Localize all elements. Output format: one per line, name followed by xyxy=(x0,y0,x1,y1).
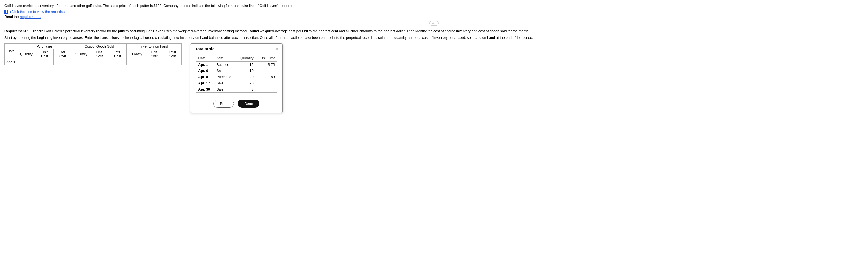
data-row-date: Apr. 6 xyxy=(196,68,214,74)
purch-total-cell[interactable] xyxy=(54,59,72,65)
intro-paragraph: Golf Haven carries an inventory of putte… xyxy=(4,3,864,9)
row-date: Apr. 1 xyxy=(5,59,17,65)
group-purchases: Purchases xyxy=(17,43,72,49)
requirement-section: Requirement 1. Prepare Golf Haven's perp… xyxy=(4,28,864,40)
data-row-qty: 3 xyxy=(236,86,255,93)
purch-qty-cell[interactable] xyxy=(17,59,35,65)
col-date: Date xyxy=(5,43,17,59)
modal-footer: Print Done xyxy=(190,95,282,113)
modal-controls: − × xyxy=(270,47,279,51)
col-inv-qty: Quantity xyxy=(127,49,145,59)
read-requirements-row: Read the requirements. xyxy=(4,15,864,19)
divider: ··· xyxy=(4,21,864,26)
data-row-item: Purchase xyxy=(214,74,236,80)
purch-total-input[interactable] xyxy=(54,60,71,64)
col-cogs-unit: UnitCost xyxy=(90,49,108,59)
group-inventory: Inventory on Hand xyxy=(127,43,182,49)
inv-total-input[interactable] xyxy=(164,60,181,64)
col-header-qty: Quantity xyxy=(236,55,255,62)
data-row-item: Sale xyxy=(214,80,236,86)
data-row-item: Balance xyxy=(214,61,236,68)
data-row-item: Sale xyxy=(214,86,236,93)
data-table: Date Item Quantity Unit Cost Apr. 1Balan… xyxy=(196,55,277,93)
inv-unit-input[interactable] xyxy=(146,60,162,64)
data-table-row: Apr. 1Balance15$ 75 xyxy=(196,61,277,68)
data-row-qty: 20 xyxy=(236,80,255,86)
col-purch-qty: Quantity xyxy=(17,49,35,59)
inv-total-cell[interactable] xyxy=(163,59,182,65)
done-button[interactable]: Done xyxy=(238,99,259,108)
requirements-link[interactable]: requirements. xyxy=(20,15,41,19)
cogs-unit-input[interactable] xyxy=(91,60,107,64)
cogs-qty-cell[interactable] xyxy=(72,59,90,65)
data-table-modal: Data table − × Date Item Quantity Unit C… xyxy=(190,43,283,113)
col-header-date: Date xyxy=(196,55,214,62)
data-table-wrap: Date Item Quantity Unit Cost Apr. 1Balan… xyxy=(190,53,282,95)
modal-title: Data table xyxy=(194,46,214,51)
col-header-item: Item xyxy=(214,55,236,62)
icon-link[interactable]: (Click the icon to view the records.) xyxy=(10,10,65,14)
data-table-row: Apr. 8Purchase2080 xyxy=(196,74,277,80)
data-row-qty: 15 xyxy=(236,61,255,68)
col-inv-unit: UnitCost xyxy=(145,49,163,59)
req-description: Prepare Golf Haven's perpetual inventory… xyxy=(31,29,529,33)
col-purch-total: TotalCost xyxy=(54,49,72,59)
inventory-table-wrap: Date Purchases Cost of Goods Sold Invent… xyxy=(4,43,182,65)
cogs-qty-input[interactable] xyxy=(72,60,89,64)
minimize-button[interactable]: − xyxy=(270,47,273,51)
col-purch-unit: UnitCost xyxy=(35,49,54,59)
records-icon xyxy=(4,10,8,14)
cogs-total-input[interactable] xyxy=(109,60,126,64)
data-table-row: Apr. 6Sale10 xyxy=(196,68,277,74)
data-row-qty: 10 xyxy=(236,68,255,74)
modal-titlebar: Data table − × xyxy=(190,43,282,53)
print-button[interactable]: Print xyxy=(213,99,234,108)
icon-link-row[interactable]: (Click the icon to view the records.) xyxy=(4,10,864,14)
read-req-prefix: Read the xyxy=(4,15,20,19)
col-cogs-total: TotalCost xyxy=(108,49,127,59)
data-table-row: Apr. 17Sale20 xyxy=(196,80,277,86)
data-table-row: Apr. 30Sale3 xyxy=(196,86,277,93)
purch-unit-input[interactable] xyxy=(36,60,53,64)
data-row-date: Apr. 17 xyxy=(196,80,214,86)
data-row-unit-cost: 80 xyxy=(256,74,277,80)
inventory-table: Date Purchases Cost of Goods Sold Invent… xyxy=(4,43,182,65)
data-row-date: Apr. 30 xyxy=(196,86,214,93)
data-row-item: Sale xyxy=(214,68,236,74)
req-subtitle: Start by entering the beginning inventor… xyxy=(4,35,864,40)
data-row-date: Apr. 1 xyxy=(196,61,214,68)
inv-qty-input[interactable] xyxy=(127,60,144,64)
purch-unit-cell[interactable] xyxy=(35,59,54,65)
purch-qty-input[interactable] xyxy=(18,60,35,64)
inv-qty-cell[interactable] xyxy=(127,59,145,65)
data-row-unit-cost xyxy=(256,86,277,93)
col-header-unit-cost: Unit Cost xyxy=(256,55,277,62)
req-label: Requirement 1. xyxy=(4,29,30,33)
main-layout: Date Purchases Cost of Goods Sold Invent… xyxy=(4,43,864,113)
cogs-total-cell[interactable] xyxy=(108,59,127,65)
data-row-qty: 20 xyxy=(236,74,255,80)
req-title: Requirement 1. Prepare Golf Haven's perp… xyxy=(4,28,864,34)
data-row-unit-cost: $ 75 xyxy=(256,61,277,68)
data-row-unit-cost xyxy=(256,80,277,86)
cogs-unit-cell[interactable] xyxy=(90,59,108,65)
col-cogs-qty: Quantity xyxy=(72,49,90,59)
col-inv-total: TotalCost xyxy=(163,49,182,59)
table-row: Apr. 1 xyxy=(5,59,182,65)
inv-unit-cell[interactable] xyxy=(145,59,163,65)
data-row-date: Apr. 8 xyxy=(196,74,214,80)
group-cogs: Cost of Goods Sold xyxy=(72,43,127,49)
close-button[interactable]: × xyxy=(276,47,279,51)
data-row-unit-cost xyxy=(256,68,277,74)
